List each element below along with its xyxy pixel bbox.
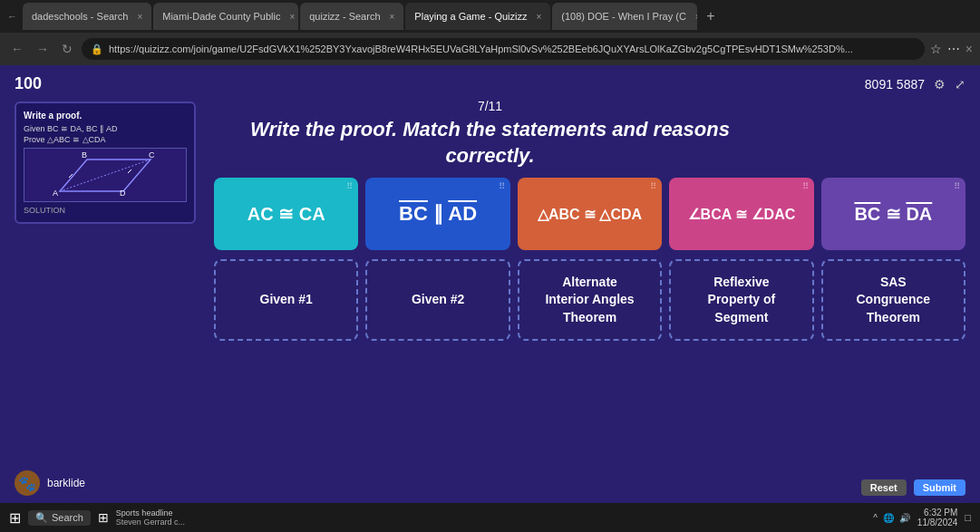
reason-text-2: Given #2 xyxy=(404,291,471,309)
drag-handle-1: ⠿ xyxy=(346,181,353,191)
tab-label: quizizz - Search xyxy=(309,11,380,22)
main-content: 100 8091 5887 ⚙ ⤢ 7/11 Write the proof. … xyxy=(0,65,980,503)
network-icon: 🌐 xyxy=(883,513,894,523)
date-display: 11/8/2024 xyxy=(917,517,958,527)
statement-card-2[interactable]: ⠿ BC ∥ AD xyxy=(365,178,509,250)
problem-panel: Write a proof. Given BC ≅ DA, BC ∥ AD Pr… xyxy=(15,102,196,224)
svg-text:B: B xyxy=(82,150,87,160)
tray-icon-1: ^ xyxy=(873,513,878,523)
tab-close-dadeschools[interactable]: × xyxy=(137,12,142,22)
drag-handle-2: ⠿ xyxy=(499,181,505,191)
reason-text-1: Given #1 xyxy=(253,291,320,309)
tab-close-miamidade[interactable]: × xyxy=(289,12,295,22)
svg-line-7 xyxy=(128,169,131,173)
problem-diagram: A B C D xyxy=(24,148,187,202)
username: barklide xyxy=(47,477,85,489)
statement-card-4[interactable]: ⠿ ∠BCA ≅ ∠DAC xyxy=(669,178,813,250)
score-value: 100 xyxy=(15,74,42,93)
show-desktop-button[interactable]: □ xyxy=(965,512,971,523)
search-icon: 🔍 xyxy=(35,512,48,524)
submit-button[interactable]: Submit xyxy=(914,479,965,496)
clock: 6:32 PM 11/8/2024 xyxy=(917,508,958,527)
tab-dadeschools[interactable]: dadeschools - Search × xyxy=(23,3,151,30)
news-item: Sports headline Steven Gerrard c... xyxy=(116,508,185,527)
news-sub: Steven Gerrard c... xyxy=(116,517,185,527)
taskbar: ⊞ 🔍 Search ⊞ Sports headline Steven Gerr… xyxy=(0,503,980,532)
tab-label: (108) DOE - When I Pray (C xyxy=(561,11,686,22)
reason-text-4: ReflexiveProperty ofSegment xyxy=(701,274,783,327)
drag-handle-5: ⠿ xyxy=(954,181,960,191)
tab-playing-game[interactable]: Playing a Game - Quizizz × xyxy=(405,3,550,30)
svg-text:C: C xyxy=(149,150,155,160)
tab-label: dadeschools - Search xyxy=(32,11,128,22)
reason-cards-row: Given #1 Given #2 AlternateInterior Angl… xyxy=(214,259,965,341)
problem-title: Write a proof. xyxy=(24,111,187,121)
tab-label: Miami-Dade County Public xyxy=(162,11,280,22)
taskbar-left: ⊞ 🔍 Search ⊞ Sports headline Steven Gerr… xyxy=(9,508,185,527)
statement-cards-row: ⠿ AC ≅ CA ⠿ BC ∥ AD ⠿ △ABC ≅ △CDA ⠿ ∠BCA… xyxy=(214,178,965,250)
reset-button[interactable]: Reset xyxy=(861,479,907,496)
statement-card-5[interactable]: ⠿ BC ≅ DA xyxy=(821,178,965,250)
svg-text:A: A xyxy=(53,189,58,198)
drag-handle-4: ⠿ xyxy=(802,181,809,191)
tab-close-playing-game[interactable]: × xyxy=(536,12,541,22)
drag-handle-3: ⠿ xyxy=(650,181,656,191)
reason-card-3[interactable]: AlternateInterior AnglesTheorem xyxy=(518,259,662,341)
new-tab-button[interactable]: + xyxy=(699,8,722,24)
statement-card-1[interactable]: ⠿ AC ≅ CA xyxy=(214,178,358,250)
settings-gear-icon[interactable]: ⚙ xyxy=(934,77,946,92)
cards-section: ⠿ AC ≅ CA ⠿ BC ∥ AD ⠿ △ABC ≅ △CDA ⠿ ∠BCA… xyxy=(214,178,965,341)
card-text-5: BC ≅ DA xyxy=(847,203,939,225)
url-bar[interactable]: 🔒 https://quizizz.com/join/game/U2FsdGVk… xyxy=(82,38,925,60)
browser-chrome: ← dadeschools - Search × Miami-Dade Coun… xyxy=(0,0,980,65)
problem-prove: Prove △ABC ≅ △CDA xyxy=(24,135,187,144)
card-text-1: AC ≅ CA xyxy=(240,203,333,225)
news-headline: Sports headline xyxy=(116,508,185,517)
tab-miamidade[interactable]: Miami-Dade County Public × xyxy=(153,3,298,30)
score-bar: 100 8091 5887 ⚙ ⤢ xyxy=(15,74,965,93)
task-view-icon[interactable]: ⊞ xyxy=(98,510,109,525)
back-button[interactable]: ← xyxy=(4,11,21,22)
taskbar-right: ^ 🌐 🔊 6:32 PM 11/8/2024 □ xyxy=(873,508,971,527)
problem-given: Given BC ≅ DA, BC ∥ AD xyxy=(24,124,187,133)
tab-close-doe[interactable]: × xyxy=(695,12,697,22)
close-window[interactable]: × xyxy=(965,42,973,56)
taskbar-search-bar[interactable]: 🔍 Search xyxy=(28,510,91,526)
expand-icon[interactable]: ⤢ xyxy=(955,77,965,92)
tab-close-quizizz-search[interactable]: × xyxy=(390,12,395,22)
card-text-2: BC ∥ AD xyxy=(392,202,484,226)
reason-text-3: AlternateInterior AnglesTheorem xyxy=(538,274,641,327)
tab-quizizz-search[interactable]: quizizz - Search × xyxy=(300,3,403,30)
reason-text-5: SASCongruenceTheorem xyxy=(849,274,937,327)
tab-doe[interactable]: (108) DOE - When I Pray (C × xyxy=(552,3,697,30)
tab-label: Playing a Game - Quizizz xyxy=(414,11,527,22)
sound-icon: 🔊 xyxy=(899,513,910,523)
avatar: 🐾 xyxy=(15,470,40,496)
svg-text:D: D xyxy=(120,189,126,198)
settings-icon[interactable]: ☆ xyxy=(930,42,942,56)
score-right: 8091 5887 ⚙ ⤢ xyxy=(865,77,965,92)
card-text-3: △ABC ≅ △CDA xyxy=(530,206,649,223)
statement-card-3[interactable]: ⠿ △ABC ≅ △CDA xyxy=(518,178,662,250)
card-text-4: ∠BCA ≅ ∠DAC xyxy=(681,206,803,223)
url-text: https://quizizz.com/join/game/U2FsdGVkX1… xyxy=(109,44,916,54)
start-button[interactable]: ⊞ xyxy=(9,509,21,527)
search-label: Search xyxy=(52,512,83,523)
nav-refresh[interactable]: ↻ xyxy=(58,40,76,58)
user-bar: 🐾 barklide xyxy=(15,470,85,496)
action-buttons: Reset Submit xyxy=(861,479,965,496)
system-tray: ^ 🌐 🔊 xyxy=(873,513,910,523)
problem-solution-label: SOLUTION xyxy=(24,206,187,215)
reason-card-4[interactable]: ReflexiveProperty ofSegment xyxy=(669,259,813,341)
reason-card-1[interactable]: Given #1 xyxy=(214,259,358,341)
nav-forward[interactable]: → xyxy=(33,40,53,58)
time-display: 6:32 PM xyxy=(924,508,957,517)
reason-card-2[interactable]: Given #2 xyxy=(365,259,509,341)
nav-back[interactable]: ← xyxy=(7,40,27,58)
address-bar: ← → ↻ 🔒 https://quizizz.com/join/game/U2… xyxy=(0,33,980,65)
reason-card-5[interactable]: SASCongruenceTheorem xyxy=(821,259,965,341)
tab-bar: ← dadeschools - Search × Miami-Dade Coun… xyxy=(0,0,980,33)
scores-display: 8091 5887 xyxy=(865,77,925,92)
menu-icon[interactable]: ⋯ xyxy=(947,42,960,56)
